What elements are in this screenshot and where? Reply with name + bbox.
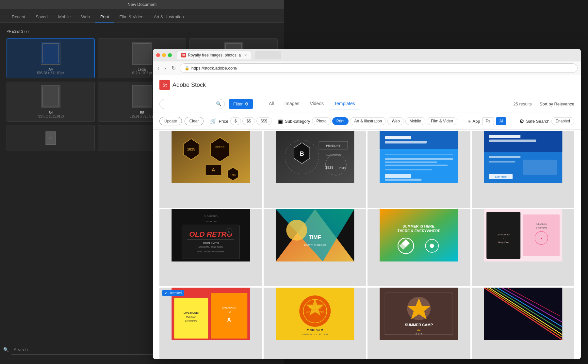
svg-text:♥: ♥ <box>541 237 542 240</box>
app-label: App <box>473 119 480 124</box>
svg-text:MUSICIAN • BAND NAME: MUSICIAN • BAND NAME <box>199 245 223 248</box>
template-6[interactable]: TIME BEAT THE CLOCK <box>264 209 367 286</box>
new-tab-placeholder[interactable] <box>255 51 281 59</box>
svg-text:22: 22 <box>417 328 420 331</box>
svg-text:JOHN SMITH: JOHN SMITH <box>203 241 219 244</box>
template-3[interactable] <box>368 131 470 208</box>
stock-search-input[interactable] <box>159 99 225 109</box>
update-button[interactable]: Update <box>159 117 182 125</box>
tab-artillustration[interactable]: Art & Illustration <box>149 12 189 23</box>
svg-text:21: 21 <box>228 230 230 233</box>
stock-header: St Adobe Stock <box>153 75 581 95</box>
svg-text:SUMMER CAMP: SUMMER CAMP <box>405 323 433 327</box>
price-section: 🛒 Price $ $$ $$$ <box>210 117 271 125</box>
refresh-button[interactable]: ↻ <box>170 64 177 72</box>
search-magnifier-icon: 🔍 <box>216 101 221 106</box>
svg-rect-27 <box>385 162 437 163</box>
subcategory-label: Sub-category <box>285 119 310 124</box>
search-wrapper: 🔍 <box>159 99 225 109</box>
filter-button[interactable]: Filter ⚙ <box>229 99 253 109</box>
subcategory-icon: ▣ <box>278 118 283 124</box>
browser-tab[interactable]: St Royalty free images, photos, a ✕ <box>177 51 251 59</box>
preset-a4-thumb <box>41 42 60 65</box>
cat-print[interactable]: Print <box>332 117 349 125</box>
template-10[interactable]: RETRO MUSIC AND MORE ★ RETRO ★ VINTAGE C… <box>264 288 367 359</box>
svg-text:OLD RETRO: OLD RETRO <box>205 220 217 223</box>
address-bar-container: ‹ › ↻ 🔒 https://stock.adobe.com/ <box>153 61 581 75</box>
tab-print[interactable]: Print <box>95 12 114 23</box>
svg-rect-30 <box>385 174 411 178</box>
adobe-stock-logo: St Adobe Stock <box>159 80 206 90</box>
tab-saved[interactable]: Saved <box>30 12 53 23</box>
clear-button[interactable]: Clear <box>185 117 204 125</box>
tab-mobile[interactable]: Mobile <box>53 12 76 23</box>
app-ai[interactable]: Ai <box>496 117 507 125</box>
category-chips: Photo Print Art & Illustration Web Mobil… <box>312 117 457 125</box>
price-chip-3[interactable]: $$$ <box>256 117 271 125</box>
close-button[interactable] <box>156 53 160 57</box>
filter-label: Filter <box>233 102 243 106</box>
minimize-button[interactable] <box>162 53 166 57</box>
tab-all[interactable]: All <box>264 98 279 109</box>
svg-rect-23 <box>385 136 411 139</box>
tab-videos[interactable]: Videos <box>304 98 329 109</box>
cat-mobile[interactable]: Mobile <box>405 117 425 125</box>
ps-titlebar: New Document <box>0 0 284 9</box>
forward-button[interactable]: › <box>163 64 167 72</box>
template-2[interactable]: B HEADLINE ILLUSTRATION 1825 Retro <box>264 131 367 208</box>
ps-title: New Document <box>128 2 157 7</box>
licensed-text: Licensed <box>169 291 182 295</box>
cat-artillustration[interactable]: Art & Illustration <box>350 117 386 125</box>
price-chip-2[interactable]: $$ <box>242 117 255 125</box>
svg-rect-26 <box>385 158 453 160</box>
tab-web[interactable]: Web <box>76 12 95 23</box>
svg-text:John Smith: John Smith <box>497 233 510 236</box>
sort-button[interactable]: Sort by Relevance <box>540 102 574 106</box>
ps-tabs: Recent Saved Mobile Web Print Film & Vid… <box>0 9 284 23</box>
svg-rect-29 <box>385 169 432 170</box>
svg-text:OLD RETRO: OLD RETRO <box>204 215 218 218</box>
svg-rect-77 <box>174 298 208 339</box>
tab-close-icon[interactable]: ✕ <box>244 53 247 57</box>
cat-photo[interactable]: Photo <box>312 117 331 125</box>
svg-text:Retro: Retro <box>339 166 347 169</box>
address-bar[interactable]: 🔒 https://stock.adobe.com/ <box>180 63 578 73</box>
template-9[interactable]: LIVE MUSIC MUSICIAN BAND NAME BAND NAME … <box>159 288 262 359</box>
svg-text:John Smith: John Smith <box>536 223 547 225</box>
cat-web[interactable]: Web <box>387 117 404 125</box>
tab-filmvideo[interactable]: Film & Video <box>114 12 149 23</box>
safe-enabled[interactable]: Enabled <box>551 117 574 125</box>
template-7[interactable]: SUMMER IS HERE, THERE & EVERYWHERE <box>368 209 470 286</box>
template-1[interactable]: 1825 RETRO A 1920 <box>159 131 262 208</box>
preset-a4-name: A4 <box>10 67 91 71</box>
svg-text:BAND NAME: BAND NAME <box>185 320 197 322</box>
price-chip-1[interactable]: $ <box>230 117 241 125</box>
tab-recent[interactable]: Recent <box>7 12 30 23</box>
preset-b4[interactable]: B4 728.5 x 1031.81 pt <box>7 82 95 122</box>
template-8[interactable]: John Smith & Mary Doe John Smith & Mary … <box>472 209 575 286</box>
svg-text:SUMMER IS HERE,: SUMMER IS HERE, <box>402 224 435 228</box>
svg-text:★ ★ ★: ★ ★ ★ <box>415 332 422 335</box>
template-11[interactable]: SUMMER CAMP 22 ★ ★ ★ <box>368 288 470 359</box>
tab-images[interactable]: Images <box>279 98 304 109</box>
ps-bottom-1: ⬡ <box>7 125 95 151</box>
svg-text:★ RETRO ★: ★ RETRO ★ <box>306 328 323 331</box>
stock-search-row: 🔍 Filter ⚙ All Images Videos Templates 2… <box>153 95 581 113</box>
template-12[interactable] <box>472 288 575 359</box>
maximize-button[interactable] <box>168 53 172 57</box>
back-button[interactable]: ‹ <box>156 64 160 72</box>
app-ps[interactable]: Ps <box>482 117 494 125</box>
svg-rect-31 <box>385 179 421 181</box>
svg-rect-81 <box>211 293 247 339</box>
cat-filmvideo[interactable]: Film & Video <box>427 117 457 125</box>
svg-text:THERE & EVERYWHERE: THERE & EVERYWHERE <box>398 229 441 233</box>
tab-templates[interactable]: Templates <box>329 98 360 109</box>
template-4[interactable]: Sign Here <box>472 131 575 208</box>
svg-rect-35 <box>489 139 536 142</box>
svg-text:MUSICIAN: MUSICIAN <box>186 316 197 318</box>
results-count: 25 results <box>513 102 531 106</box>
preset-a4[interactable]: A4 595.28 x 841.89 pt <box>7 38 95 78</box>
safe-section: ⚙ Safe Search Enabled <box>519 117 574 125</box>
template-5[interactable]: OLD RETRO OLD RETRO OLD RETRO JOHN SMITH… <box>159 209 262 286</box>
price-chips: $ $$ $$$ <box>230 117 271 125</box>
